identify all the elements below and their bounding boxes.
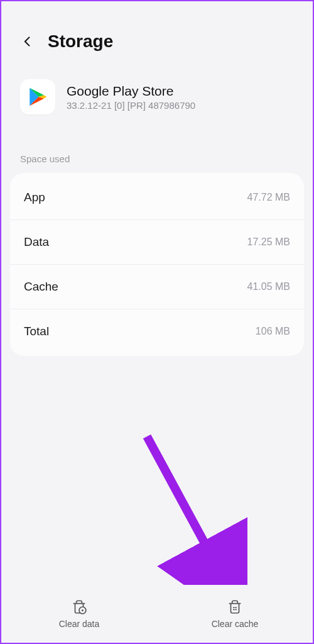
header: Storage	[1, 1, 313, 64]
svg-line-0	[147, 436, 229, 587]
app-icon	[20, 79, 55, 114]
row-label: Data	[24, 235, 49, 249]
trash-sparkle-icon	[227, 599, 243, 615]
trash-settings-icon	[71, 599, 87, 615]
svg-point-2	[82, 609, 84, 611]
row-label: App	[24, 191, 45, 204]
app-info-row: Google Play Store 33.2.12-21 [0] [PR] 48…	[1, 64, 313, 132]
clear-cache-label: Clear cache	[212, 619, 259, 629]
clear-data-label: Clear data	[59, 619, 100, 629]
app-info: Google Play Store 33.2.12-21 [0] [PR] 48…	[67, 84, 195, 111]
clear-data-button[interactable]: Clear data	[1, 585, 157, 643]
row-data: Data 17.25 MB	[10, 219, 304, 264]
row-label: Cache	[24, 280, 58, 294]
clear-cache-button[interactable]: Clear cache	[157, 585, 313, 643]
row-value: 106 MB	[256, 326, 290, 337]
app-name: Google Play Store	[67, 84, 195, 99]
back-button[interactable]	[19, 33, 36, 50]
bottom-action-bar: Clear data Clear cache	[1, 585, 313, 643]
row-value: 17.25 MB	[247, 236, 290, 248]
page-title: Storage	[48, 31, 113, 52]
chevron-left-icon	[21, 35, 34, 48]
app-version: 33.2.12-21 [0] [PR] 487986790	[67, 100, 195, 111]
play-store-icon	[27, 86, 48, 108]
section-label-space-used: Space used	[1, 132, 313, 170]
annotation-arrow-icon	[141, 430, 247, 606]
row-app: App 47.72 MB	[10, 175, 304, 219]
row-label: Total	[24, 325, 49, 338]
row-cache: Cache 41.05 MB	[10, 264, 304, 309]
row-value: 41.05 MB	[247, 281, 290, 292]
row-total: Total 106 MB	[10, 309, 304, 353]
space-used-card: App 47.72 MB Data 17.25 MB Cache 41.05 M…	[10, 173, 304, 356]
storage-screen: Storage Google Play Store 33.2.12-21 [0]…	[0, 0, 314, 644]
row-value: 47.72 MB	[247, 192, 290, 203]
